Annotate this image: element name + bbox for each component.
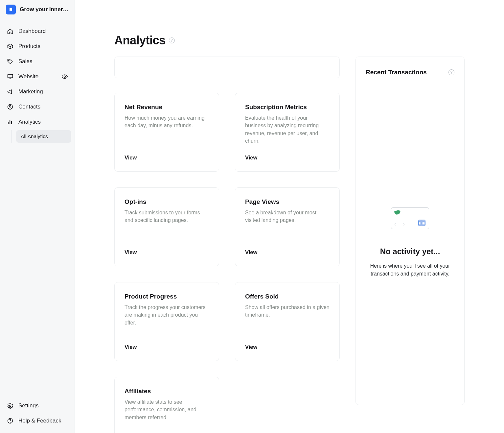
analytics-cards-grid: Net Revenue How much money you are earni… xyxy=(114,93,340,433)
card-subscription-metrics[interactable]: Subscription Metrics Evaluate the health… xyxy=(235,93,340,172)
card-net-revenue[interactable]: Net Revenue How much money you are earni… xyxy=(114,93,219,172)
card-desc: Evaluate the health of your business by … xyxy=(245,114,330,145)
subnav-item-label: All Analytics xyxy=(21,133,48,139)
card-desc: View affiliate stats to see performance,… xyxy=(125,398,209,421)
card-title: Subscription Metrics xyxy=(245,104,330,111)
card-desc: Show all offers purchased in a given tim… xyxy=(245,303,330,319)
card-title: Page Views xyxy=(245,198,330,205)
card-title: Net Revenue xyxy=(125,104,209,111)
brand-title: Grow your Inner … xyxy=(20,6,69,13)
nav: Dashboard Products Sales Website xyxy=(0,18,75,395)
analytics-subnav: All Analytics xyxy=(11,130,71,143)
svg-point-4 xyxy=(10,106,11,107)
svg-rect-1 xyxy=(8,74,13,78)
sidebar-item-label: Contacts xyxy=(18,104,40,110)
sidebar-item-help[interactable]: Help & Feedback xyxy=(3,413,71,428)
sidebar-item-label: Analytics xyxy=(18,119,41,125)
empty-state-title: No activity yet... xyxy=(380,247,440,256)
card-product-progress[interactable]: Product Progress Track the progress your… xyxy=(114,282,219,361)
svg-point-2 xyxy=(64,76,66,78)
page-title: Analytics xyxy=(114,34,166,47)
topbar xyxy=(75,0,504,23)
empty-state-desc: Here is where you'll see all of your tra… xyxy=(366,262,454,278)
subnav-item-all-analytics[interactable]: All Analytics xyxy=(16,130,71,143)
sidebar-item-label: Dashboard xyxy=(18,28,46,35)
card-view-link[interactable]: View xyxy=(245,155,330,161)
card-view-link[interactable]: View xyxy=(125,155,209,161)
sidebar-item-marketing[interactable]: Marketing xyxy=(3,84,71,99)
sidebar-item-products[interactable]: Products xyxy=(3,39,71,54)
card-title: Product Progress xyxy=(125,293,209,300)
page-help-icon[interactable]: ? xyxy=(169,37,175,43)
tag-icon xyxy=(7,58,14,65)
card-title: Opt-ins xyxy=(125,198,209,205)
gear-icon xyxy=(7,402,14,409)
svg-point-7 xyxy=(10,422,10,422)
recent-transactions-help-icon[interactable]: ? xyxy=(448,69,454,75)
help-circle-icon xyxy=(7,417,14,424)
eye-icon[interactable] xyxy=(61,73,68,80)
sidebar-item-website[interactable]: Website xyxy=(3,69,71,84)
card-desc: Track the progress your customers are ma… xyxy=(125,303,209,326)
card-view-link[interactable]: View xyxy=(245,344,330,350)
card-page-views[interactable]: Page Views See a breakdown of your most … xyxy=(235,187,340,266)
card-view-link[interactable]: View xyxy=(245,249,330,255)
sidebar-header[interactable]: Grow your Inner … xyxy=(0,0,75,18)
sidebar-item-sales[interactable]: Sales xyxy=(3,54,71,69)
svg-point-5 xyxy=(10,405,11,407)
monitor-icon xyxy=(7,73,14,80)
credit-card-icon xyxy=(391,207,429,229)
card-view-link[interactable]: View xyxy=(125,344,209,350)
page-title-row: Analytics ? xyxy=(114,34,465,47)
sidebar-item-contacts[interactable]: Contacts xyxy=(3,99,71,114)
sidebar-item-label: Sales xyxy=(18,58,33,65)
card-affiliates[interactable]: Affiliates View affiliate stats to see p… xyxy=(114,377,219,433)
card-desc: Track submissions to your forms and spec… xyxy=(125,209,209,224)
sidebar-item-dashboard[interactable]: Dashboard xyxy=(3,24,71,39)
content: Analytics ? Net Revenue How much money y… xyxy=(75,23,504,433)
analytics-left-column: Net Revenue How much money you are earni… xyxy=(114,57,340,433)
bar-chart-icon xyxy=(7,118,14,126)
sidebar-item-analytics[interactable]: Analytics xyxy=(3,114,71,130)
brand-logo-icon xyxy=(6,5,16,14)
sidebar-item-label: Marketing xyxy=(18,88,43,95)
card-desc: See a breakdown of your most visited lan… xyxy=(245,209,330,224)
sidebar: Grow your Inner … Dashboard Products Sal… xyxy=(0,0,75,433)
sidebar-item-settings[interactable]: Settings xyxy=(3,398,71,413)
recent-transactions-column: Recent Transactions ? No activity yet... xyxy=(355,57,465,405)
recent-transactions-title: Recent Transactions xyxy=(366,69,427,76)
card-desc: How much money you are earning each day,… xyxy=(125,114,209,129)
sidebar-item-label: Help & Feedback xyxy=(18,418,61,424)
sidebar-item-label: Products xyxy=(18,43,40,50)
summary-card xyxy=(114,57,340,78)
home-icon xyxy=(7,28,14,35)
megaphone-icon xyxy=(7,88,14,95)
sidebar-item-label: Website xyxy=(18,73,38,80)
user-circle-icon xyxy=(7,103,14,110)
card-title: Affiliates xyxy=(125,388,209,395)
card-view-link[interactable]: View xyxy=(125,249,209,255)
recent-transactions-empty-state: No activity yet... Here is where you'll … xyxy=(366,207,454,278)
sidebar-bottom: Settings Help & Feedback xyxy=(0,395,75,433)
card-title: Offers Sold xyxy=(245,293,330,300)
recent-transactions-card: Recent Transactions ? No activity yet... xyxy=(355,57,465,405)
card-opt-ins[interactable]: Opt-ins Track submissions to your forms … xyxy=(114,187,219,266)
svg-point-0 xyxy=(9,60,9,61)
main: Analytics ? Net Revenue How much money y… xyxy=(75,0,504,433)
sidebar-item-label: Settings xyxy=(18,402,38,409)
card-offers-sold[interactable]: Offers Sold Show all offers purchased in… xyxy=(235,282,340,361)
box-icon xyxy=(7,43,14,50)
